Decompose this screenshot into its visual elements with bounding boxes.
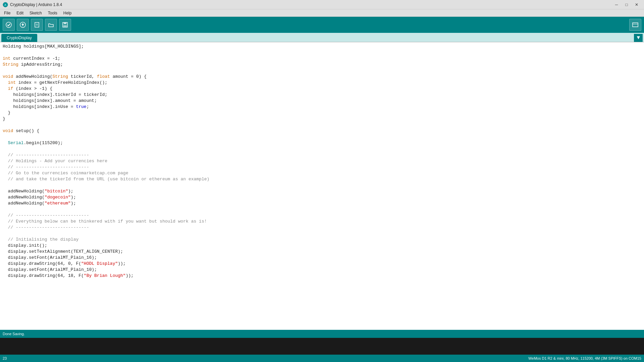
new-icon: [34, 21, 40, 28]
code-line: display.drawString(64, 0, F("HODL Displa…: [0, 261, 644, 267]
code-line: // ----------------------------: [0, 164, 644, 170]
app-icon: A: [3, 2, 8, 7]
menu-item-file[interactable]: File: [1, 10, 13, 16]
code-line: // Holdings - Add your currencies here: [0, 158, 644, 164]
status-message: Done Saving.: [3, 332, 25, 336]
code-line: // Initialising the display: [0, 237, 644, 243]
close-button[interactable]: ✕: [632, 1, 641, 8]
code-line: display.setFont(ArialMT_Plain_10);: [0, 267, 644, 273]
menu-item-sketch[interactable]: Sketch: [27, 10, 45, 16]
code-line: holdings[index].tickerId = tickerId;: [0, 92, 644, 98]
code-line: holdings[index].amount = amount;: [0, 98, 644, 104]
menu-item-tools[interactable]: Tools: [45, 10, 60, 16]
bottom-status-bar: 23 WeMos D1 R2 & mini, 80 MHz, 115200, 4…: [0, 355, 644, 362]
code-line: // ----------------------------: [0, 152, 644, 158]
svg-rect-9: [64, 22, 66, 24]
code-line: }: [0, 110, 644, 116]
upload-icon: [19, 21, 26, 28]
code-line: Holding holdings[MAX_HOLDINGS];: [0, 44, 644, 50]
board-info: WeMos D1 R2 & mini, 80 MHz, 115200, 4M (…: [528, 356, 641, 360]
upload-button[interactable]: [17, 19, 29, 31]
minimize-button[interactable]: ─: [612, 1, 621, 8]
toolbar: [0, 17, 644, 33]
code-line: // Everything below can be thinkered wit…: [0, 219, 644, 225]
code-line: // and take the tickerId from the URL (u…: [0, 176, 644, 182]
code-line: // Go to the currencies coinmarketcap.co…: [0, 170, 644, 176]
code-line: }: [0, 116, 644, 122]
svg-rect-10: [63, 25, 67, 27]
code-line: [0, 231, 644, 237]
save-button[interactable]: [59, 19, 71, 31]
code-line: display.drawString(64, 18, F("By Brian L…: [0, 273, 644, 279]
code-line: void setup() {: [0, 128, 644, 134]
console-area: [0, 338, 644, 355]
line-number: 23: [3, 356, 7, 360]
status-bar: Done Saving.: [0, 330, 644, 338]
title-bar-left: A CryptoDisplay | Arduino 1.8.4: [3, 2, 62, 7]
code-line: addNewHolding("ethereum");: [0, 200, 644, 206]
menu-bar: FileEditSketchToolsHelp: [0, 9, 644, 17]
window-title: CryptoDisplay | Arduino 1.8.4: [10, 2, 62, 7]
svg-rect-5: [35, 22, 39, 27]
code-line: String ipAddressString;: [0, 62, 644, 68]
code-line: [0, 68, 644, 74]
code-line: [0, 50, 644, 56]
code-editor[interactable]: Holding holdings[MAX_HOLDINGS]; int curr…: [0, 42, 644, 330]
code-line: display.setTextAlignment(TEXT_ALIGN_CENT…: [0, 249, 644, 255]
code-line: [0, 134, 644, 140]
code-line: // ----------------------------: [0, 213, 644, 219]
code-line: addNewHolding("bitcoin");: [0, 188, 644, 194]
code-line: int currentIndex = -1;: [0, 56, 644, 62]
code-line: [0, 122, 644, 128]
tab-dropdown-button[interactable]: ▼: [634, 34, 643, 42]
code-line: Serial.begin(115200);: [0, 140, 644, 146]
title-bar: A CryptoDisplay | Arduino 1.8.4 ─ □ ✕: [0, 0, 644, 9]
menu-item-help[interactable]: Help: [61, 10, 74, 16]
open-button[interactable]: [45, 19, 57, 31]
svg-point-2: [6, 22, 11, 27]
code-line: display.setFont(ArialMT_Plain_16);: [0, 255, 644, 261]
new-button[interactable]: [31, 19, 43, 31]
maximize-button[interactable]: □: [622, 1, 631, 8]
code-line: if (index > -1) {: [0, 86, 644, 92]
tab-cryptodisplay[interactable]: CryptoDisplay: [1, 34, 37, 42]
code-line: void addNewHolding(String tickerId, floa…: [0, 74, 644, 80]
menu-item-edit[interactable]: Edit: [14, 10, 26, 16]
serial-monitor-button[interactable]: [629, 19, 641, 31]
code-line: [0, 146, 644, 152]
code-line: display.init();: [0, 243, 644, 249]
code-line: // ----------------------------: [0, 225, 644, 231]
save-icon: [62, 21, 68, 28]
code-content: Holding holdings[MAX_HOLDINGS]; int curr…: [0, 44, 644, 328]
code-line: holdings[index].inUse = true;: [0, 104, 644, 110]
tab-bar: CryptoDisplay ▼: [0, 33, 644, 42]
code-line: [0, 206, 644, 213]
verify-icon: [5, 21, 12, 28]
code-line: int index = getNextFreeHoldingIndex();: [0, 80, 644, 86]
svg-rect-11: [633, 23, 638, 27]
verify-button[interactable]: [3, 19, 15, 31]
code-line: addNewHolding("dogecoin");: [0, 194, 644, 200]
open-icon: [48, 21, 54, 28]
code-line: [0, 182, 644, 188]
svg-text:A: A: [4, 3, 6, 6]
window-controls: ─ □ ✕: [612, 1, 641, 8]
serial-monitor-icon: [632, 21, 639, 28]
